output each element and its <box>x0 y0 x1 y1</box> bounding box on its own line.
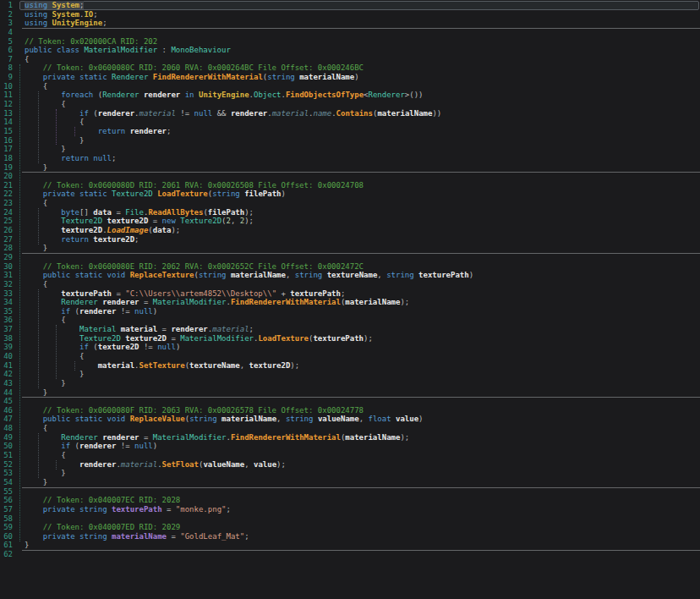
code-line[interactable]: 25 Texture2D texture2D = new Texture2D(2… <box>0 217 700 226</box>
code-line[interactable]: 24 byte[] data = File.ReadAllBytes(fileP… <box>0 208 700 217</box>
line-number[interactable]: 1 <box>0 1 13 10</box>
code-line[interactable]: 17 } <box>0 145 700 154</box>
line-number[interactable]: 45 <box>0 397 13 406</box>
code-line[interactable]: 52 renderer.material.SetFloat(valueName,… <box>0 460 700 470</box>
code-line[interactable]: 61} <box>0 541 700 550</box>
line-number[interactable]: 2 <box>0 10 13 19</box>
line-number[interactable]: 49 <box>0 433 13 442</box>
line-number[interactable]: 50 <box>0 442 13 451</box>
code-line[interactable]: 16 } <box>0 136 700 146</box>
code-line[interactable]: 20 <box>0 172 700 181</box>
code-line[interactable]: 54 } <box>0 478 700 487</box>
line-number[interactable]: 44 <box>0 388 13 398</box>
line-number[interactable]: 57 <box>0 505 13 514</box>
line-number[interactable]: 24 <box>0 208 13 217</box>
code-line[interactable]: 15 return renderer; <box>0 127 700 136</box>
line-number[interactable]: 27 <box>0 235 13 245</box>
line-number[interactable]: 22 <box>0 190 13 199</box>
code-line[interactable]: 7{ <box>0 55 700 64</box>
line-number[interactable]: 34 <box>0 298 13 307</box>
code-line[interactable]: 28 } <box>0 244 700 253</box>
line-number[interactable]: 52 <box>0 460 13 470</box>
code-line[interactable]: 58 <box>0 514 700 524</box>
line-number[interactable]: 20 <box>0 172 13 181</box>
code-line[interactable]: 33 texturePath = "C:\\Users\\artem4852\\… <box>0 289 700 299</box>
code-line[interactable]: 5// Token: 0x020000CA RID: 202 <box>0 37 700 47</box>
line-number[interactable]: 17 <box>0 145 13 154</box>
line-number[interactable]: 55 <box>0 487 13 497</box>
code-line[interactable]: 36 { <box>0 316 700 325</box>
line-number[interactable]: 23 <box>0 199 13 208</box>
line-number[interactable]: 39 <box>0 343 13 352</box>
code-line[interactable]: 3using UnityEngine; <box>0 19 700 28</box>
line-number[interactable]: 11 <box>0 91 13 100</box>
line-number[interactable]: 25 <box>0 217 13 226</box>
line-number[interactable]: 58 <box>0 514 13 524</box>
line-number[interactable]: 35 <box>0 307 13 316</box>
code-line[interactable]: 47 public static void ReplaceValue(strin… <box>0 415 700 424</box>
line-number[interactable]: 26 <box>0 226 13 235</box>
code-line[interactable]: 40 { <box>0 352 700 361</box>
line-number[interactable]: 12 <box>0 100 13 109</box>
code-line[interactable]: 38 Texture2D texture2D = MaterialModifie… <box>0 334 700 343</box>
line-number[interactable]: 46 <box>0 406 13 415</box>
code-line[interactable]: 57 private string texturePath = "monke.p… <box>0 505 700 514</box>
line-number[interactable]: 56 <box>0 496 13 505</box>
code-line[interactable]: 4 <box>0 28 700 37</box>
line-number[interactable]: 9 <box>0 73 13 82</box>
line-number[interactable]: 62 <box>0 550 13 559</box>
code-line[interactable]: 50 if (renderer != null) <box>0 442 700 451</box>
code-line[interactable]: 8 // Token: 0x0600080C RID: 2060 RVA: 0x… <box>0 63 700 73</box>
code-line[interactable]: 29 <box>0 253 700 262</box>
line-number[interactable]: 54 <box>0 478 13 487</box>
code-line[interactable]: 37 Material material = renderer.material… <box>0 325 700 334</box>
code-line[interactable]: 39 if (texture2D != null) <box>0 343 700 352</box>
line-number[interactable]: 37 <box>0 325 13 334</box>
line-number[interactable]: 28 <box>0 244 13 253</box>
code-line[interactable]: 27 return texture2D; <box>0 235 700 245</box>
code-line[interactable]: 51 { <box>0 451 700 460</box>
code-line[interactable]: 14 { <box>0 118 700 127</box>
line-number[interactable]: 40 <box>0 352 13 361</box>
line-number[interactable]: 29 <box>0 253 13 262</box>
code-line[interactable]: 9 private static Renderer FindRendererWi… <box>0 73 700 82</box>
code-line[interactable]: 42 } <box>0 370 700 379</box>
code-line[interactable]: 32 { <box>0 280 700 289</box>
code-line[interactable]: 11 foreach (Renderer renderer in UnityEn… <box>0 91 700 100</box>
line-number[interactable]: 43 <box>0 379 13 388</box>
line-number[interactable]: 38 <box>0 334 13 343</box>
code-line[interactable]: 43 } <box>0 379 700 388</box>
line-number[interactable]: 41 <box>0 361 13 371</box>
line-number[interactable]: 30 <box>0 262 13 272</box>
line-number[interactable]: 21 <box>0 181 13 190</box>
line-number[interactable]: 5 <box>0 37 13 47</box>
line-number[interactable]: 3 <box>0 19 13 28</box>
code-line[interactable]: 13 if (renderer.material != null && rend… <box>0 109 700 118</box>
code-line[interactable]: 48 { <box>0 424 700 433</box>
line-number[interactable]: 4 <box>0 28 13 37</box>
code-line[interactable]: 45 <box>0 397 700 406</box>
code-line[interactable]: 2using System.IO; <box>0 10 700 19</box>
code-line[interactable]: 31 public static void ReplaceTexture(str… <box>0 271 700 280</box>
line-number[interactable]: 51 <box>0 451 13 460</box>
line-number[interactable]: 32 <box>0 280 13 289</box>
line-number[interactable]: 18 <box>0 154 13 163</box>
code-line[interactable]: 10 { <box>0 82 700 91</box>
line-number[interactable]: 10 <box>0 82 13 91</box>
line-number[interactable]: 15 <box>0 127 13 136</box>
code-line[interactable]: 60 private string materialName = "GoldLe… <box>0 532 700 541</box>
code-line[interactable]: 1using System; <box>0 1 700 10</box>
line-number[interactable]: 59 <box>0 523 13 532</box>
line-number[interactable]: 42 <box>0 370 13 379</box>
line-number[interactable]: 48 <box>0 424 13 433</box>
line-number[interactable]: 36 <box>0 316 13 325</box>
code-line[interactable]: 30 // Token: 0x0600080E RID: 2062 RVA: 0… <box>0 262 700 272</box>
code-line[interactable]: 55 <box>0 487 700 497</box>
code-line[interactable]: 34 Renderer renderer = MaterialModifier.… <box>0 298 700 307</box>
code-line[interactable]: 49 Renderer renderer = MaterialModifier.… <box>0 433 700 442</box>
code-line[interactable]: 6public class MaterialModifier : MonoBeh… <box>0 46 700 55</box>
code-line[interactable]: 44 } <box>0 388 700 398</box>
line-number[interactable]: 31 <box>0 271 13 280</box>
line-number[interactable]: 7 <box>0 55 13 64</box>
line-number[interactable]: 60 <box>0 532 13 541</box>
